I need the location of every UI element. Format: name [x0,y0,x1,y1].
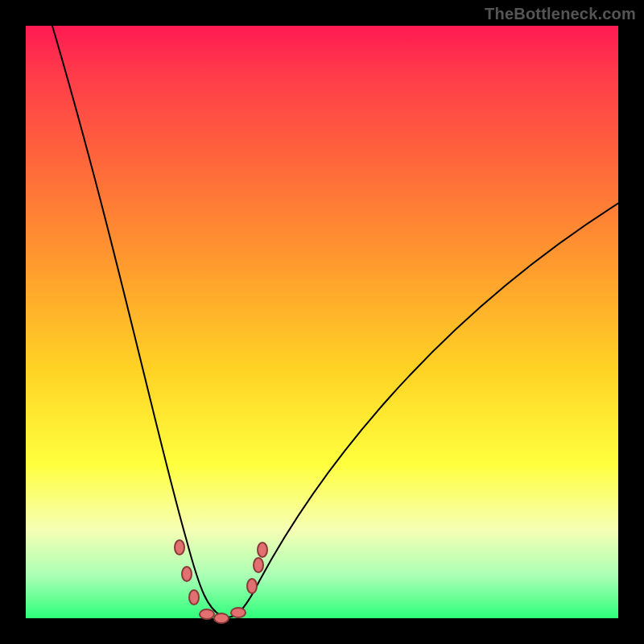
point-p7 [247,579,257,593]
point-p2 [182,567,192,581]
point-p3 [189,590,199,605]
bottleneck-curve [50,18,621,617]
curve-points [175,540,267,623]
watermark-text: TheBottleneck.com [485,5,636,23]
plot-area [26,26,618,618]
point-p5 [214,613,229,623]
point-p9 [258,543,267,557]
point-p4 [200,609,214,619]
chart-frame: TheBottleneck.com [0,0,644,644]
curve-svg [26,26,618,618]
point-p6 [231,608,246,617]
point-p1 [175,540,184,555]
point-p8 [254,558,263,572]
